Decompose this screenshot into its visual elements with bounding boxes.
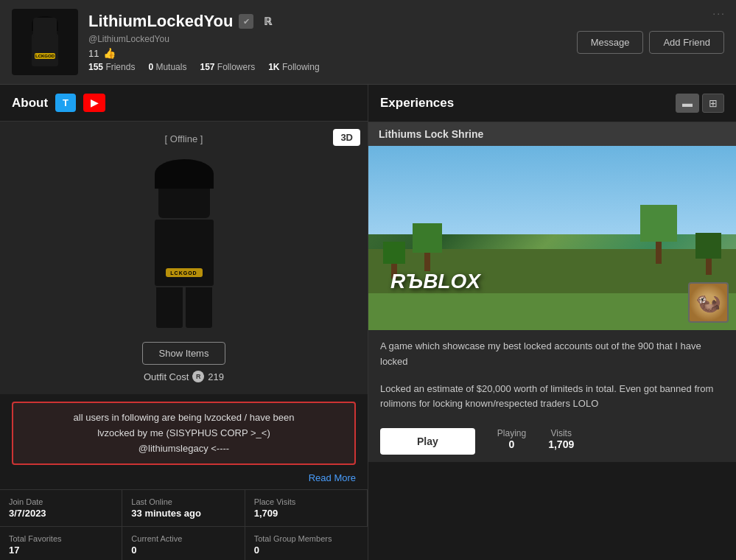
offline-status: [ Offline ] [165, 133, 203, 144]
robux-icon: R [192, 371, 204, 382]
header-left: LCKGOD LithiumLockedYou ✔ ℝ @LithiumLock… [12, 9, 320, 75]
av-leg-left [156, 287, 183, 328]
otter-icon: 🦦 [690, 284, 727, 321]
following-stat: 1K Following [268, 62, 319, 72]
visits-value: 1,709 [548, 438, 574, 450]
game-actions: Play Playing 0 Visits 1,709 [368, 421, 736, 462]
tree-3 [640, 205, 677, 264]
username-row: LithiumLockedYou ✔ ℝ [88, 12, 320, 31]
avatar-3d-model: LCKGOD [140, 170, 228, 318]
stat-total-favorites: Total Favorites 17 [0, 527, 122, 560]
show-items-button[interactable]: Show Items [142, 342, 226, 365]
last-online-label: Last Online [131, 497, 235, 506]
total-favorites-value: 17 [9, 545, 113, 556]
stat-current-active: Current Active 0 [122, 527, 245, 560]
stat-last-online: Last Online 33 minutes ago [122, 490, 245, 527]
player-avatar-overlay: 🦦 [688, 282, 729, 323]
experiences-header: Experiences ▬ ⊞ [368, 85, 736, 122]
roblox-r-icon: ℝ [259, 13, 276, 29]
profile-header: LCKGOD LithiumLockedYou ✔ ℝ @LithiumLock… [0, 0, 736, 85]
av-body: LCKGOD [155, 220, 214, 286]
stat-place-visits: Place Visits 1,709 [245, 490, 368, 527]
experiences-panel: Experiences ▬ ⊞ Lithiums Lock Shrine [368, 85, 736, 560]
stats-grid: Join Date 3/7/2023 Last Online 33 minute… [0, 489, 368, 560]
view-toggle: ▬ ⊞ [676, 94, 724, 113]
avatar-head [33, 18, 57, 38]
bio-box: all users in following are being lvzocke… [12, 402, 356, 465]
stat-group-members: Total Group Members 0 [245, 527, 368, 560]
total-favorites-label: Total Favorites [9, 534, 113, 543]
main-content: About T ▶ [ Offline ] 3D LCKGOD [0, 85, 736, 560]
thumbs-up-icon: 👍 [103, 47, 116, 59]
experiences-title: Experiences [380, 96, 454, 111]
playing-stat: Playing 0 [497, 428, 526, 450]
last-online-value: 33 minutes ago [131, 508, 235, 519]
av-leg-right [186, 287, 212, 328]
user-handle: @LithiumLockedYou [88, 34, 320, 44]
stats-row: 155 Friends 0 Mutuals 157 Followers 1K F… [88, 62, 320, 72]
prestige-row: 11 👍 [88, 47, 320, 59]
av-legs [140, 287, 228, 328]
header-actions: Message Add Friend [577, 31, 724, 54]
verified-icon: ✔ [239, 14, 253, 29]
username: LithiumLockedYou [88, 12, 233, 31]
outfit-cost-label: Outfit Cost [144, 371, 189, 382]
bio-line1: all users in following are being lvzocke… [25, 410, 343, 426]
tree-4 [695, 233, 721, 275]
visits-label: Visits [550, 428, 571, 438]
add-friend-button[interactable]: Add Friend [649, 31, 724, 54]
play-button[interactable]: Play [380, 428, 475, 455]
avatar-body: LCKGOD [32, 34, 58, 66]
av-necklace: LCKGOD [166, 268, 203, 277]
game-card: Lithiums Lock Shrine [368, 122, 736, 462]
game-title: Lithiums Lock Shrine [368, 122, 736, 146]
tree-2 [413, 223, 442, 271]
ground [368, 293, 736, 330]
about-header: About T ▶ [0, 85, 368, 122]
prestige-number: 11 [88, 48, 99, 59]
outfit-cost-value: 219 [208, 371, 224, 382]
join-date-value: 3/7/2023 [9, 508, 113, 519]
roblox-watermark: RЪBLOX [390, 270, 480, 293]
read-more-link[interactable]: Read More [0, 472, 368, 489]
avatar: LCKGOD [12, 9, 78, 75]
place-visits-value: 1,709 [254, 508, 358, 519]
group-members-value: 0 [254, 545, 359, 556]
youtube-button[interactable]: ▶ [83, 94, 105, 112]
friends-stat: 155 Friends [88, 62, 135, 72]
header-info: LithiumLockedYou ✔ ℝ @LithiumLockedYou 1… [88, 12, 320, 72]
message-button[interactable]: Message [577, 31, 644, 54]
playing-value: 0 [509, 438, 515, 450]
twitter-button[interactable]: T [55, 94, 76, 112]
av-hair [155, 159, 214, 189]
grid-view-button[interactable]: ⊞ [702, 94, 724, 113]
about-title: About [12, 96, 48, 111]
stat-join-date: Join Date 3/7/2023 [0, 490, 122, 527]
sky-bg [368, 146, 736, 234]
avatar-display: [ Offline ] 3D LCKGOD Show Items [0, 122, 368, 394]
game-stats: Playing 0 Visits 1,709 [497, 428, 574, 450]
3d-button[interactable]: 3D [333, 129, 360, 146]
bio-line2: lvzocked by me (SISYPHUS CORP >_<) [25, 426, 343, 441]
bio-line3: @lithiumslegacy <---- [25, 441, 343, 457]
visits-stat: Visits 1,709 [548, 428, 574, 450]
current-active-label: Current Active [131, 534, 235, 543]
followers-stat: 157 Followers [200, 62, 255, 72]
game-image-container: RЪBLOX 🦦 [368, 146, 736, 330]
current-active-value: 0 [131, 545, 235, 556]
avatar-gold-necklace: LCKGOD [35, 53, 55, 59]
group-members-label: Total Group Members [254, 534, 359, 543]
game-description-2: Locked an estimate of $20,000 worth of l… [368, 379, 736, 421]
place-visits-label: Place Visits [254, 497, 358, 506]
game-description-1: A game which showcase my best locked acc… [368, 330, 736, 379]
outfit-cost: Outfit Cost R 219 [144, 371, 224, 382]
list-view-button[interactable]: ▬ [676, 94, 699, 113]
more-options-icon[interactable]: ··· [712, 7, 726, 19]
about-panel: About T ▶ [ Offline ] 3D LCKGOD [0, 85, 368, 560]
join-date-label: Join Date [9, 497, 113, 506]
avatar-3d-container: LCKGOD [103, 152, 265, 336]
playing-label: Playing [497, 428, 526, 438]
game-image: RЪBLOX 🦦 [368, 146, 736, 330]
av-head [158, 170, 210, 218]
mutuals-stat: 0 Mutuals [148, 62, 186, 72]
